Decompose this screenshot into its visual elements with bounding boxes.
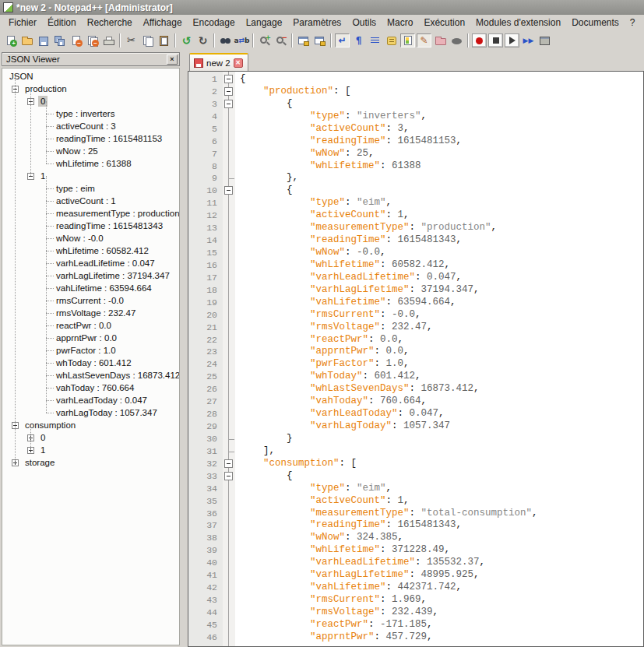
menu-item-fichier[interactable]: Fichier: [3, 16, 42, 30]
tree-item-label[interactable]: vahToday : 760.664: [54, 382, 136, 393]
tree-item-label[interactable]: wNow : 25: [54, 146, 100, 156]
tree-item-label[interactable]: wNow : -0.0: [54, 233, 106, 244]
tree-item-label[interactable]: whLastSevenDays : 16873.412: [54, 370, 180, 381]
new-file-icon[interactable]: +: [3, 33, 18, 47]
code-line[interactable]: "reactPwr": 0.0,: [235, 334, 643, 346]
folder-workspace-icon[interactable]: [433, 33, 448, 47]
undo-icon[interactable]: ↺: [179, 33, 194, 47]
tab-close-icon[interactable]: ✕: [234, 58, 243, 68]
fold-collapse-icon[interactable]: [224, 186, 233, 195]
redo-icon[interactable]: ↻: [195, 33, 210, 47]
code-line[interactable]: "wNow": -0.0,: [235, 247, 643, 259]
code-line[interactable]: "apprntPwr": 457.729,: [235, 631, 643, 644]
word-wrap-icon[interactable]: ↵: [335, 33, 350, 47]
open-file-icon[interactable]: [19, 33, 34, 47]
code-line[interactable]: "varhLeadToday": 0.047,: [235, 408, 643, 420]
code-line[interactable]: "readingTime": 1615481343,: [235, 519, 643, 532]
code-line[interactable]: ],: [235, 445, 643, 458]
panel-close-icon[interactable]: ×: [167, 55, 178, 65]
fold-collapse-icon[interactable]: [224, 87, 233, 96]
tree-item-label[interactable]: varhLagToday : 1057.347: [54, 407, 160, 418]
fold-collapse-icon[interactable]: [224, 100, 233, 108]
doc-map-icon[interactable]: [400, 33, 415, 47]
tree-item-label[interactable]: apprntPwr : 0.0: [54, 332, 119, 343]
show-all-chars-icon[interactable]: ¶: [351, 33, 366, 47]
paste-icon[interactable]: [157, 33, 171, 47]
code-line[interactable]: "activeCount": 1,: [235, 495, 643, 508]
code-line[interactable]: "whToday": 601.412,: [235, 371, 643, 383]
preview-icon[interactable]: [449, 33, 464, 47]
code-line[interactable]: "varhLagLifetime": 37194.347,: [235, 284, 643, 297]
tree-item-label[interactable]: varhLeadLifetime : 0.047: [54, 258, 157, 269]
panel-splitter[interactable]: [181, 51, 188, 647]
sync-horizontal-icon[interactable]: [312, 33, 327, 47]
code-line[interactable]: {: [235, 73, 643, 86]
find-icon[interactable]: [218, 33, 233, 47]
indent-guide-icon[interactable]: [368, 33, 382, 47]
fold-collapse-icon[interactable]: [224, 75, 233, 83]
code-line[interactable]: "whLifetime": 371228.49,: [235, 544, 643, 557]
code-line[interactable]: "readingTime": 1615481343,: [235, 234, 643, 247]
code-line[interactable]: "vahToday": 760.664,: [235, 396, 643, 408]
tree-item-label[interactable]: JSON: [7, 71, 36, 82]
tree-item-label[interactable]: whLifetime : 60582.412: [54, 245, 151, 256]
cut-icon[interactable]: ✂: [124, 33, 139, 47]
code-area[interactable]: { "production": [ { "type": "inverters",…: [235, 72, 643, 646]
code-line[interactable]: "type": "inverters",: [235, 111, 643, 123]
menu-item-modules-d-extension[interactable]: Modules d'extension: [470, 16, 566, 30]
code-line[interactable]: {: [235, 470, 643, 483]
code-line[interactable]: },: [235, 172, 643, 185]
tree-item-label[interactable]: whLifetime : 61388: [54, 158, 134, 169]
zoom-out-icon[interactable]: −: [273, 33, 288, 47]
zoom-in-icon[interactable]: +: [257, 33, 272, 47]
close-file-icon[interactable]: −: [69, 33, 83, 47]
macro-save-icon[interactable]: [537, 33, 552, 47]
sync-vertical-icon[interactable]: [296, 33, 311, 47]
code-line[interactable]: "activeCount": 1,: [235, 209, 643, 222]
menu-item--dition[interactable]: Édition: [42, 16, 82, 30]
function-list-icon[interactable]: [384, 33, 399, 47]
macro-stop-icon[interactable]: [488, 33, 503, 47]
tree-item-label[interactable]: readingTime : 1615481343: [54, 220, 165, 231]
replace-icon[interactable]: a⇄b: [234, 33, 249, 47]
code-line[interactable]: "measurementType": "production",: [235, 222, 643, 234]
menu-item-documents[interactable]: Documents: [566, 16, 625, 30]
tree-item-label[interactable]: 0: [38, 432, 48, 443]
code-line[interactable]: "readingTime": 1615481153,: [235, 135, 643, 148]
code-line[interactable]: "varhLeadLifetime": 135532.37,: [235, 557, 643, 569]
code-line[interactable]: "varhLagToday": 1057.347: [235, 420, 643, 433]
save-all-icon[interactable]: [52, 33, 67, 47]
tree-item-label[interactable]: activeCount : 1: [54, 195, 118, 206]
code-line[interactable]: "rmsCurrent": -0.0,: [235, 309, 643, 322]
menu-item-?[interactable]: ?: [625, 16, 641, 30]
menu-item-recherche[interactable]: Recherche: [82, 16, 138, 30]
copy-icon[interactable]: [140, 33, 155, 47]
code-line[interactable]: "vahLifetime": 63594.664,: [235, 297, 643, 309]
code-line[interactable]: "rmsVoltage": 232.47,: [235, 322, 643, 334]
code-line[interactable]: {: [235, 98, 643, 111]
code-line[interactable]: "whLifetime": 61388: [235, 160, 643, 173]
code-line[interactable]: "activeCount": 3,: [235, 123, 643, 135]
code-line[interactable]: "varhLagLifetime": 48995.925,: [235, 569, 643, 582]
tree-item-label[interactable]: rmsVoltage : 232.47: [54, 308, 138, 318]
code-line[interactable]: "wNow": 324.385,: [235, 532, 643, 544]
macro-play-icon[interactable]: [505, 33, 519, 47]
code-line[interactable]: "pwrFactor": 1.0,: [235, 358, 643, 371]
code-line[interactable]: "reactPwr": -171.185,: [235, 619, 643, 631]
code-line[interactable]: "rmsCurrent": 1.969,: [235, 594, 643, 607]
code-line[interactable]: "type": "eim",: [235, 197, 643, 209]
macro-record-icon[interactable]: [472, 33, 487, 47]
code-line[interactable]: "type": "eim",: [235, 483, 643, 495]
tree-item-label[interactable]: measurementType : production: [54, 208, 180, 219]
code-line[interactable]: "consumption": [: [235, 458, 643, 470]
tree-item-label[interactable]: type : eim: [54, 183, 97, 194]
menu-item-ex-cution[interactable]: Exécution: [418, 16, 470, 30]
menu-item-langage[interactable]: Langage: [241, 16, 288, 30]
fold-collapse-icon[interactable]: [224, 472, 233, 480]
code-line[interactable]: "vahLifetime": 442371.742,: [235, 582, 643, 594]
tree-item-label[interactable]: activeCount : 3: [54, 121, 118, 132]
tree-item-label[interactable]: production: [23, 83, 69, 94]
print-icon[interactable]: [101, 33, 116, 47]
code-line[interactable]: "apprntPwr": 0.0,: [235, 346, 643, 358]
fold-collapse-icon[interactable]: [224, 459, 233, 468]
